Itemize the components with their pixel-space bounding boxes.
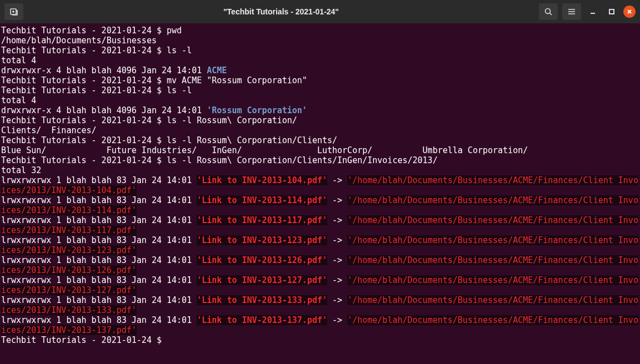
terminal-output[interactable]: Techbit Tutorials - 2021-01-24 $ pwd/hom… (0, 23, 640, 347)
terminal-line: lrwxrwxrwx 1 blah blah 83 Jan 24 14:01 '… (1, 215, 639, 235)
symlink-name: 'Link to INV-2013-127.pdf' (197, 275, 327, 285)
terminal-line: total 4 (1, 95, 639, 105)
terminal-line: Techbit Tutorials - 2021-01-24 $ ls -l (1, 46, 639, 55)
terminal-line: drwxrwxr-x 4 blah blah 4096 Jan 24 14:01… (1, 65, 639, 75)
symlink-name: 'Link to INV-2013-133.pdf' (197, 295, 327, 305)
terminal-line: lrwxrwxrwx 1 blah blah 83 Jan 24 14:01 '… (1, 255, 639, 275)
symlink-name: 'Link to INV-2013-117.pdf' (197, 215, 327, 225)
terminal-line: Techbit Tutorials - 2021-01-24 $ ls -l (1, 85, 639, 95)
terminal-line: Blue Sun/ Future Industries/ InGen/ Luth… (1, 145, 639, 155)
new-tab-button[interactable] (4, 3, 23, 20)
symlink-name: 'Link to INV-2013-137.pdf' (197, 315, 327, 325)
minimize-button[interactable] (586, 4, 600, 19)
terminal-line: Techbit Tutorials - 2021-01-24 $ (1, 335, 639, 345)
terminal-line: Techbit Tutorials - 2021-01-24 $ ls -l R… (1, 115, 639, 125)
directory-name: 'Rossum Corporation' (207, 105, 307, 115)
hamburger-menu-button[interactable] (562, 3, 581, 20)
terminal-line: Techbit Tutorials - 2021-01-24 $ ls -l R… (1, 155, 639, 165)
terminal-line: lrwxrwxrwx 1 blah blah 83 Jan 24 14:01 '… (1, 175, 639, 195)
terminal-line: drwxrwxr-x 4 blah blah 4096 Jan 24 14:01… (1, 105, 639, 115)
search-button[interactable] (539, 3, 558, 20)
terminal-line: total 32 (1, 165, 639, 175)
terminal-line: Techbit Tutorials - 2021-01-24 $ pwd (1, 26, 639, 36)
window-titlebar: "Techbit Tutorials - 2021-01-24" (0, 0, 640, 23)
maximize-button[interactable] (604, 4, 619, 19)
svg-point-1 (546, 9, 551, 14)
terminal-line: lrwxrwxrwx 1 blah blah 83 Jan 24 14:01 '… (1, 295, 639, 315)
terminal-line: Techbit Tutorials - 2021-01-24 $ mv ACME… (1, 75, 639, 85)
terminal-line: Techbit Tutorials - 2021-01-24 $ ls -l R… (1, 135, 639, 145)
symlink-name: 'Link to INV-2013-126.pdf' (197, 255, 327, 265)
svg-rect-2 (609, 9, 614, 14)
window-title: "Techbit Tutorials - 2021-01-24" (27, 7, 536, 17)
terminal-line: lrwxrwxrwx 1 blah blah 83 Jan 24 14:01 '… (1, 315, 639, 335)
close-button[interactable] (623, 6, 636, 18)
symlink-name: 'Link to INV-2013-123.pdf' (197, 235, 327, 245)
directory-name: ACME (207, 65, 227, 75)
terminal-line: total 4 (1, 55, 639, 65)
symlink-name: 'Link to INV-2013-114.pdf' (197, 195, 327, 205)
symlink-name: 'Link to INV-2013-104.pdf' (197, 175, 327, 185)
terminal-line: lrwxrwxrwx 1 blah blah 83 Jan 24 14:01 '… (1, 235, 639, 255)
terminal-line: Clients/ Finances/ (1, 125, 639, 135)
terminal-line: lrwxrwxrwx 1 blah blah 83 Jan 24 14:01 '… (1, 195, 639, 215)
terminal-line: lrwxrwxrwx 1 blah blah 83 Jan 24 14:01 '… (1, 275, 639, 295)
terminal-line: /home/blah/Documents/Businesses (1, 36, 639, 46)
